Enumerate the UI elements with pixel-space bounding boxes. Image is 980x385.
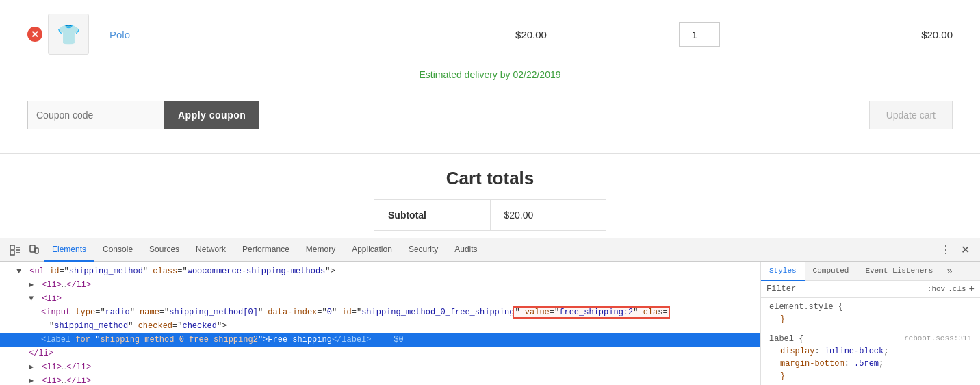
subtotal-value: $20.00 xyxy=(491,200,606,230)
product-price: $20.00 xyxy=(515,29,547,40)
remove-item-button[interactable]: ✕ xyxy=(27,27,42,42)
product-total: $20.00 xyxy=(921,29,953,40)
product-name-cell[interactable]: Polo xyxy=(109,29,447,40)
product-price-cell: $20.00 xyxy=(447,29,615,40)
apply-coupon-button[interactable]: Apply coupon xyxy=(164,101,259,129)
product-qty-cell xyxy=(615,22,784,47)
delivery-text: Estimated delivery by 02/22/2019 xyxy=(419,69,560,80)
quantity-input[interactable] xyxy=(679,22,720,47)
product-total-cell: $20.00 xyxy=(784,29,953,40)
subtotal-row: Subtotal $20.00 xyxy=(374,200,606,230)
cart-totals-table: Subtotal $20.00 xyxy=(374,199,606,231)
update-cart-button[interactable]: Update cart xyxy=(869,101,953,129)
coupon-left: Apply coupon xyxy=(27,101,259,129)
product-image-cell: 👕 xyxy=(48,14,96,55)
cart-section: ✕ 👕 Polo $20.00 $20.00 Estimated delive xyxy=(0,0,980,154)
cart-totals-title: Cart totals xyxy=(27,168,953,189)
product-emoji: 👕 xyxy=(57,23,81,46)
cart-item-row: ✕ 👕 Polo $20.00 $20.00 xyxy=(27,7,953,62)
cart-totals-section: Cart totals Subtotal $20.00 xyxy=(0,154,980,231)
delivery-row: Estimated delivery by 02/22/2019 xyxy=(27,62,953,90)
product-thumbnail: 👕 xyxy=(48,14,89,55)
remove-item-cell: ✕ xyxy=(27,27,48,42)
product-name: Polo xyxy=(109,29,130,40)
subtotal-label: Subtotal xyxy=(374,200,491,230)
coupon-code-input[interactable] xyxy=(27,101,164,129)
main-content: ✕ 👕 Polo $20.00 $20.00 Estimated delive xyxy=(0,0,980,231)
coupon-row: Apply coupon Update cart xyxy=(27,90,953,140)
